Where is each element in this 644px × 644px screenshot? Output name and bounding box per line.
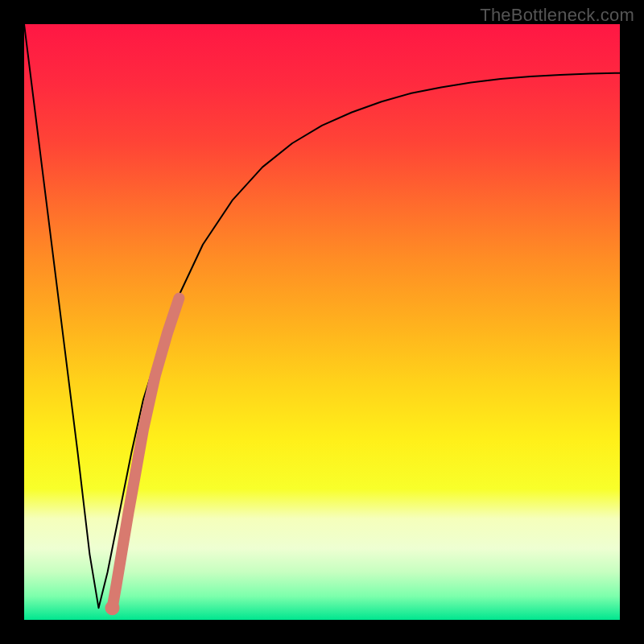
curve-layer	[24, 24, 620, 620]
highlight-segment	[113, 298, 180, 608]
chart-frame: TheBottleneck.com	[0, 0, 644, 644]
bottleneck-curve	[24, 24, 620, 608]
highlight-endpoint	[105, 601, 120, 615]
watermark-text: TheBottleneck.com	[480, 5, 634, 26]
plot-area	[24, 24, 620, 620]
